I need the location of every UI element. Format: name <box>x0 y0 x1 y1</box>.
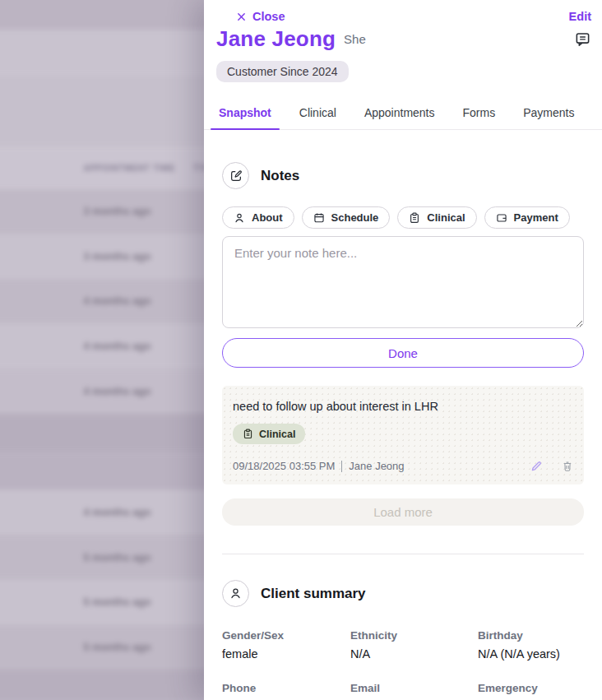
person-icon <box>229 586 243 600</box>
note-meta: 09/18/2025 03:55 PM Jane Jeong <box>233 460 573 472</box>
tab-appointments[interactable]: Appointments <box>356 100 443 129</box>
clipboard-icon <box>243 429 253 439</box>
clipboard-icon <box>409 212 420 224</box>
client-summary-grid: Gender/Sex female Ethnicity N/A Birthday… <box>204 629 602 700</box>
edit-note-button[interactable] <box>530 460 543 472</box>
edit-button[interactable]: Edit <box>569 10 591 23</box>
note-input[interactable] <box>222 236 584 328</box>
note-tag-clinical: Clinical <box>233 424 305 444</box>
load-more-button[interactable]: Load more <box>222 498 584 526</box>
customer-since-badge: Customer Since 2024 <box>216 61 349 82</box>
field-ethnicity: Ethnicity N/A <box>350 629 478 661</box>
done-button[interactable]: Done <box>222 338 584 368</box>
field-birthday: Birthday N/A (N/A years) <box>478 629 584 661</box>
client-summary-header: Client summary <box>204 580 602 607</box>
note-author: Jane Jeong <box>349 460 404 472</box>
field-email: Email <box>350 682 478 700</box>
compose-note-icon <box>229 169 243 183</box>
calendar-icon <box>313 212 325 224</box>
close-icon <box>237 12 246 21</box>
comment-button[interactable] <box>574 30 591 48</box>
tab-clinical[interactable]: Clinical <box>291 100 345 129</box>
client-summary-heading: Client summary <box>261 586 366 602</box>
client-name: Jane Jeong <box>216 26 336 52</box>
column-header-appointment-time: APPOINTMENT TIME <box>83 164 175 173</box>
comment-icon <box>574 30 591 48</box>
close-button[interactable]: Close <box>237 10 285 23</box>
field-gender: Gender/Sex female <box>222 629 350 661</box>
note-card: need to follow up about interest in LHR … <box>222 386 584 484</box>
tab-snapshot[interactable]: Snapshot <box>211 100 280 129</box>
meta-separator <box>341 461 342 472</box>
category-payment-button[interactable]: Payment <box>484 206 570 229</box>
field-phone: Phone <box>222 682 350 700</box>
category-schedule-button[interactable]: Schedule <box>302 206 391 229</box>
field-emergency: Emergency <box>478 682 584 700</box>
category-clinical-button[interactable]: Clinical <box>397 206 476 229</box>
detail-tabs: Snapshot Clinical Appointments Forms Pay… <box>204 100 602 130</box>
drawer-header: Close Edit <box>204 0 602 23</box>
trash-icon <box>562 461 573 472</box>
note-category-pills: About Schedule Clinical Payment <box>204 206 602 229</box>
notes-heading: Notes <box>261 168 299 184</box>
close-label: Close <box>252 10 285 23</box>
person-icon <box>234 212 245 224</box>
delete-note-button[interactable] <box>562 461 573 472</box>
notes-section-header: Notes <box>204 162 602 189</box>
client-name-row: Jane Jeong She <box>204 23 602 52</box>
note-text: need to follow up about interest in LHR <box>233 400 573 413</box>
tab-payments[interactable]: Payments <box>515 100 582 129</box>
pencil-icon <box>530 460 543 472</box>
wallet-icon <box>496 212 507 224</box>
client-pronoun: She <box>344 32 366 46</box>
category-about-button[interactable]: About <box>222 206 294 229</box>
client-detail-drawer: Close Edit Jane Jeong She Customer Since… <box>204 0 602 700</box>
section-divider <box>222 554 584 554</box>
tab-forms[interactable]: Forms <box>455 100 504 129</box>
note-timestamp: 09/18/2025 03:55 PM <box>233 460 335 472</box>
